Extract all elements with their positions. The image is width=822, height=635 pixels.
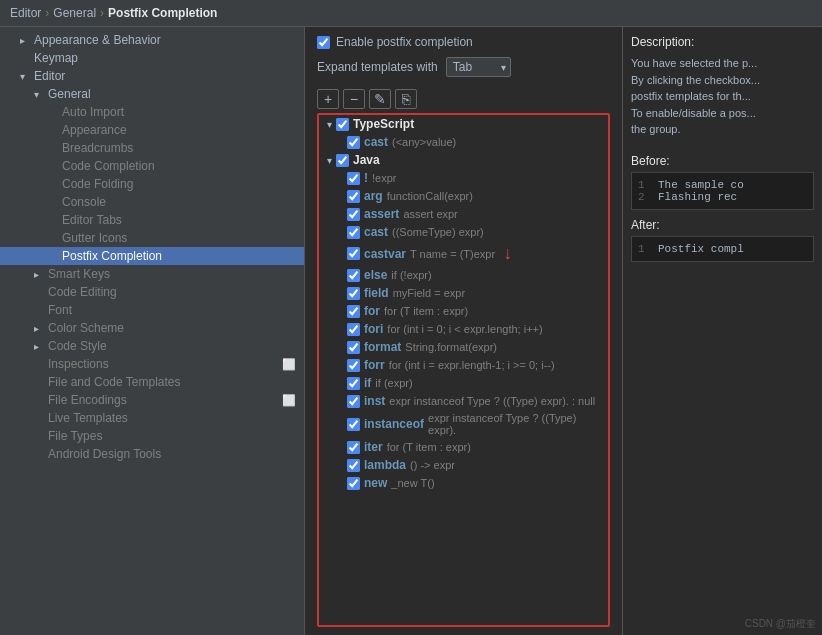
sidebar-item-code-style[interactable]: Code Style	[0, 337, 304, 355]
sidebar-item-live-templates[interactable]: Live Templates	[0, 409, 304, 427]
code-line: 1 Postfix compl	[638, 243, 807, 255]
sidebar-item-label: Code Style	[48, 339, 107, 353]
item-key: fori	[364, 322, 383, 336]
sidebar-item-color-scheme[interactable]: Color Scheme	[0, 319, 304, 337]
sidebar-item-breadcrumbs[interactable]: Breadcrumbs	[0, 139, 304, 157]
enable-label[interactable]: Enable postfix completion	[336, 35, 473, 49]
item-checkbox[interactable]	[347, 190, 360, 203]
item-checkbox[interactable]	[347, 377, 360, 390]
tree-item-java-iter[interactable]: iter for (T item : expr)	[319, 438, 608, 456]
tree-item-java-for[interactable]: for for (T item : expr)	[319, 302, 608, 320]
tree-item-java-arg[interactable]: arg functionCall(expr)	[319, 187, 608, 205]
edit-button[interactable]: ✎	[369, 89, 391, 109]
group-java-checkbox[interactable]	[336, 154, 349, 167]
sidebar-item-label: Font	[48, 303, 72, 317]
enable-checkbox[interactable]	[317, 36, 330, 49]
item-desc: ((SomeType) expr)	[392, 226, 484, 238]
tree-item-java-inst[interactable]: inst expr instanceof Type ? ((Type) expr…	[319, 392, 608, 410]
sidebar-item-keymap[interactable]: Keymap	[0, 49, 304, 67]
item-checkbox[interactable]	[347, 418, 360, 431]
tree-item-ts-cast[interactable]: cast (<any>value)	[319, 133, 608, 151]
before-code-preview: 1 The sample co 2 Flashing rec	[631, 172, 814, 210]
breadcrumb-general[interactable]: General	[53, 6, 96, 20]
code-line: 1 The sample co	[638, 179, 807, 191]
add-button[interactable]: +	[317, 89, 339, 109]
group-java-label: Java	[353, 153, 380, 167]
triangle-icon	[34, 89, 44, 100]
item-checkbox[interactable]	[347, 323, 360, 336]
sidebar-item-code-editing[interactable]: Code Editing	[0, 283, 304, 301]
tree-item-java-assert[interactable]: assert assert expr	[319, 205, 608, 223]
breadcrumb-editor[interactable]: Editor	[10, 6, 41, 20]
sidebar-item-file-code-templates[interactable]: File and Code Templates	[0, 373, 304, 391]
tree-item-java-fori[interactable]: fori for (int i = 0; i < expr.length; i+…	[319, 320, 608, 338]
item-checkbox[interactable]	[347, 172, 360, 185]
sidebar-item-editor[interactable]: Editor	[0, 67, 304, 85]
sidebar-item-console[interactable]: Console	[0, 193, 304, 211]
sidebar-item-smart-keys[interactable]: Smart Keys	[0, 265, 304, 283]
breadcrumb-sep2: ›	[100, 6, 104, 20]
tree-item-java-if[interactable]: if if (expr)	[319, 374, 608, 392]
sidebar-item-postfix-completion[interactable]: Postfix Completion	[0, 247, 304, 265]
item-checkbox[interactable]	[347, 477, 360, 490]
inspections-icon: ⬜	[282, 358, 296, 371]
item-checkbox[interactable]	[347, 269, 360, 282]
sidebar-item-label: File and Code Templates	[48, 375, 181, 389]
sidebar-item-label: Color Scheme	[48, 321, 124, 335]
group-java[interactable]: ▾ Java	[319, 151, 608, 169]
tree-item-java-new[interactable]: new _new T()	[319, 474, 608, 492]
tree-item-java-field[interactable]: field myField = expr	[319, 284, 608, 302]
item-checkbox[interactable]	[347, 359, 360, 372]
item-checkbox[interactable]	[347, 287, 360, 300]
sidebar-item-appearance[interactable]: Appearance	[0, 121, 304, 139]
remove-button[interactable]: −	[343, 89, 365, 109]
item-checkbox[interactable]	[347, 226, 360, 239]
tree-item-java-instanceof[interactable]: instanceof expr instanceof Type ? ((Type…	[319, 410, 608, 438]
item-desc: expr instanceof Type ? ((Type) expr). : …	[389, 395, 595, 407]
sidebar-item-file-types[interactable]: File Types	[0, 427, 304, 445]
sidebar-item-appearance-behavior[interactable]: Appearance & Behavior	[0, 31, 304, 49]
group-typescript-checkbox[interactable]	[336, 118, 349, 131]
item-ts-cast-desc: (<any>value)	[392, 136, 456, 148]
item-checkbox[interactable]	[347, 247, 360, 260]
item-desc: for (T item : expr)	[384, 305, 468, 317]
tree-item-java-castvar[interactable]: castvar T name = (T)expr ↓	[319, 241, 608, 266]
description-text: You have selected the p... By clicking t…	[631, 55, 814, 138]
item-ts-cast-checkbox[interactable]	[347, 136, 360, 149]
item-checkbox[interactable]	[347, 305, 360, 318]
sidebar-item-android-design-tools[interactable]: Android Design Tools	[0, 445, 304, 463]
sidebar-item-general[interactable]: General	[0, 85, 304, 103]
item-desc: expr instanceof Type ? ((Type) expr).	[428, 412, 600, 436]
sidebar-item-font[interactable]: Font	[0, 301, 304, 319]
group-typescript[interactable]: ▾ TypeScript	[319, 115, 608, 133]
item-desc: functionCall(expr)	[387, 190, 473, 202]
sidebar-item-auto-import[interactable]: Auto Import	[0, 103, 304, 121]
sidebar-item-code-completion[interactable]: Code Completion	[0, 157, 304, 175]
tree-item-java-format[interactable]: format String.format(expr)	[319, 338, 608, 356]
sidebar-item-editor-tabs[interactable]: Editor Tabs	[0, 211, 304, 229]
sidebar-item-code-folding[interactable]: Code Folding	[0, 175, 304, 193]
sidebar-item-file-encodings[interactable]: File Encodings ⬜	[0, 391, 304, 409]
item-checkbox[interactable]	[347, 441, 360, 454]
tree-item-java-not[interactable]: ! !expr	[319, 169, 608, 187]
item-checkbox[interactable]	[347, 459, 360, 472]
tree-item-java-forr[interactable]: forr for (int i = expr.length-1; i >= 0;…	[319, 356, 608, 374]
item-checkbox[interactable]	[347, 341, 360, 354]
sidebar-item-gutter-icons[interactable]: Gutter Icons	[0, 229, 304, 247]
tree-toolbar: + − ✎ ⎘	[305, 85, 622, 113]
breadcrumb-postfix: Postfix Completion	[108, 6, 217, 20]
sidebar-item-label: Smart Keys	[48, 267, 110, 281]
item-checkbox[interactable]	[347, 395, 360, 408]
line-number: 1	[638, 179, 650, 191]
group-triangle-icon: ▾	[327, 119, 332, 130]
tree-item-java-lambda[interactable]: lambda () -> expr	[319, 456, 608, 474]
sidebar-item-inspections[interactable]: Inspections ⬜	[0, 355, 304, 373]
copy-button[interactable]: ⎘	[395, 89, 417, 109]
tree-item-java-else[interactable]: else if (!expr)	[319, 266, 608, 284]
item-checkbox[interactable]	[347, 208, 360, 221]
tree-item-java-cast[interactable]: cast ((SomeType) expr)	[319, 223, 608, 241]
item-desc: String.format(expr)	[405, 341, 497, 353]
expand-select[interactable]: Tab Enter Space	[446, 57, 511, 77]
item-key: cast	[364, 225, 388, 239]
line-content: Postfix compl	[658, 243, 744, 255]
